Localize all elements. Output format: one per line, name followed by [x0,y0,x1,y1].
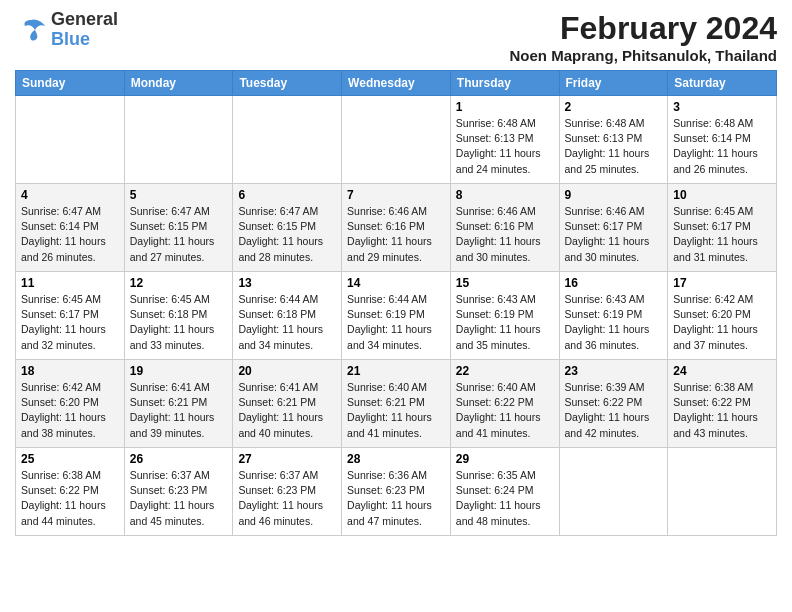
day-number: 4 [21,188,119,202]
day-number: 23 [565,364,663,378]
day-info: Sunrise: 6:48 AMSunset: 6:13 PMDaylight:… [456,116,554,177]
day-info: Sunrise: 6:47 AMSunset: 6:14 PMDaylight:… [21,204,119,265]
calendar-cell: 1Sunrise: 6:48 AMSunset: 6:13 PMDaylight… [450,96,559,184]
day-number: 6 [238,188,336,202]
calendar-cell [559,448,668,536]
calendar-cell: 29Sunrise: 6:35 AMSunset: 6:24 PMDayligh… [450,448,559,536]
day-info: Sunrise: 6:41 AMSunset: 6:21 PMDaylight:… [238,380,336,441]
calendar-cell: 3Sunrise: 6:48 AMSunset: 6:14 PMDaylight… [668,96,777,184]
day-info: Sunrise: 6:44 AMSunset: 6:19 PMDaylight:… [347,292,445,353]
col-header-wednesday: Wednesday [342,71,451,96]
calendar-table: SundayMondayTuesdayWednesdayThursdayFrid… [15,70,777,536]
day-info: Sunrise: 6:42 AMSunset: 6:20 PMDaylight:… [673,292,771,353]
calendar-cell: 13Sunrise: 6:44 AMSunset: 6:18 PMDayligh… [233,272,342,360]
calendar-cell: 18Sunrise: 6:42 AMSunset: 6:20 PMDayligh… [16,360,125,448]
day-number: 22 [456,364,554,378]
col-header-tuesday: Tuesday [233,71,342,96]
month-title: February 2024 [509,10,777,47]
title-block: February 2024 Noen Maprang, Phitsanulok,… [509,10,777,64]
calendar-cell: 16Sunrise: 6:43 AMSunset: 6:19 PMDayligh… [559,272,668,360]
calendar-week-row: 25Sunrise: 6:38 AMSunset: 6:22 PMDayligh… [16,448,777,536]
day-info: Sunrise: 6:48 AMSunset: 6:14 PMDaylight:… [673,116,771,177]
day-number: 1 [456,100,554,114]
day-number: 13 [238,276,336,290]
day-info: Sunrise: 6:45 AMSunset: 6:18 PMDaylight:… [130,292,228,353]
day-number: 15 [456,276,554,290]
day-info: Sunrise: 6:46 AMSunset: 6:16 PMDaylight:… [456,204,554,265]
day-number: 27 [238,452,336,466]
day-number: 18 [21,364,119,378]
day-info: Sunrise: 6:38 AMSunset: 6:22 PMDaylight:… [673,380,771,441]
day-number: 24 [673,364,771,378]
calendar-cell: 24Sunrise: 6:38 AMSunset: 6:22 PMDayligh… [668,360,777,448]
calendar-week-row: 11Sunrise: 6:45 AMSunset: 6:17 PMDayligh… [16,272,777,360]
calendar-cell: 23Sunrise: 6:39 AMSunset: 6:22 PMDayligh… [559,360,668,448]
calendar-cell [668,448,777,536]
logo: General Blue [15,10,118,50]
calendar-cell: 20Sunrise: 6:41 AMSunset: 6:21 PMDayligh… [233,360,342,448]
calendar-cell: 4Sunrise: 6:47 AMSunset: 6:14 PMDaylight… [16,184,125,272]
day-info: Sunrise: 6:39 AMSunset: 6:22 PMDaylight:… [565,380,663,441]
day-number: 3 [673,100,771,114]
day-number: 10 [673,188,771,202]
calendar-cell [342,96,451,184]
day-number: 19 [130,364,228,378]
calendar-cell: 28Sunrise: 6:36 AMSunset: 6:23 PMDayligh… [342,448,451,536]
day-info: Sunrise: 6:40 AMSunset: 6:21 PMDaylight:… [347,380,445,441]
day-info: Sunrise: 6:43 AMSunset: 6:19 PMDaylight:… [565,292,663,353]
day-number: 7 [347,188,445,202]
day-info: Sunrise: 6:42 AMSunset: 6:20 PMDaylight:… [21,380,119,441]
day-number: 26 [130,452,228,466]
calendar-cell: 27Sunrise: 6:37 AMSunset: 6:23 PMDayligh… [233,448,342,536]
day-info: Sunrise: 6:41 AMSunset: 6:21 PMDaylight:… [130,380,228,441]
day-info: Sunrise: 6:44 AMSunset: 6:18 PMDaylight:… [238,292,336,353]
day-number: 2 [565,100,663,114]
day-info: Sunrise: 6:37 AMSunset: 6:23 PMDaylight:… [130,468,228,529]
day-number: 12 [130,276,228,290]
day-number: 5 [130,188,228,202]
day-number: 28 [347,452,445,466]
calendar-cell [233,96,342,184]
day-number: 14 [347,276,445,290]
calendar-cell [124,96,233,184]
day-number: 25 [21,452,119,466]
day-info: Sunrise: 6:46 AMSunset: 6:16 PMDaylight:… [347,204,445,265]
day-number: 29 [456,452,554,466]
day-info: Sunrise: 6:47 AMSunset: 6:15 PMDaylight:… [130,204,228,265]
calendar-header-row: SundayMondayTuesdayWednesdayThursdayFrid… [16,71,777,96]
calendar-cell: 12Sunrise: 6:45 AMSunset: 6:18 PMDayligh… [124,272,233,360]
day-info: Sunrise: 6:38 AMSunset: 6:22 PMDaylight:… [21,468,119,529]
calendar-cell: 21Sunrise: 6:40 AMSunset: 6:21 PMDayligh… [342,360,451,448]
day-number: 17 [673,276,771,290]
day-info: Sunrise: 6:37 AMSunset: 6:23 PMDaylight:… [238,468,336,529]
day-number: 21 [347,364,445,378]
col-header-saturday: Saturday [668,71,777,96]
calendar-cell: 19Sunrise: 6:41 AMSunset: 6:21 PMDayligh… [124,360,233,448]
day-info: Sunrise: 6:36 AMSunset: 6:23 PMDaylight:… [347,468,445,529]
header: General Blue February 2024 Noen Maprang,… [15,10,777,64]
day-number: 16 [565,276,663,290]
day-number: 20 [238,364,336,378]
calendar-cell: 5Sunrise: 6:47 AMSunset: 6:15 PMDaylight… [124,184,233,272]
col-header-sunday: Sunday [16,71,125,96]
logo-icon [15,16,47,44]
day-number: 11 [21,276,119,290]
calendar-cell: 8Sunrise: 6:46 AMSunset: 6:16 PMDaylight… [450,184,559,272]
day-info: Sunrise: 6:40 AMSunset: 6:22 PMDaylight:… [456,380,554,441]
logo-text: General Blue [51,10,118,50]
calendar-cell: 17Sunrise: 6:42 AMSunset: 6:20 PMDayligh… [668,272,777,360]
calendar-cell: 26Sunrise: 6:37 AMSunset: 6:23 PMDayligh… [124,448,233,536]
day-info: Sunrise: 6:35 AMSunset: 6:24 PMDaylight:… [456,468,554,529]
calendar-week-row: 1Sunrise: 6:48 AMSunset: 6:13 PMDaylight… [16,96,777,184]
calendar-cell: 6Sunrise: 6:47 AMSunset: 6:15 PMDaylight… [233,184,342,272]
col-header-monday: Monday [124,71,233,96]
calendar-cell: 10Sunrise: 6:45 AMSunset: 6:17 PMDayligh… [668,184,777,272]
col-header-friday: Friday [559,71,668,96]
calendar-cell: 7Sunrise: 6:46 AMSunset: 6:16 PMDaylight… [342,184,451,272]
calendar-cell [16,96,125,184]
calendar-week-row: 4Sunrise: 6:47 AMSunset: 6:14 PMDaylight… [16,184,777,272]
day-info: Sunrise: 6:47 AMSunset: 6:15 PMDaylight:… [238,204,336,265]
calendar-cell: 11Sunrise: 6:45 AMSunset: 6:17 PMDayligh… [16,272,125,360]
day-number: 9 [565,188,663,202]
col-header-thursday: Thursday [450,71,559,96]
